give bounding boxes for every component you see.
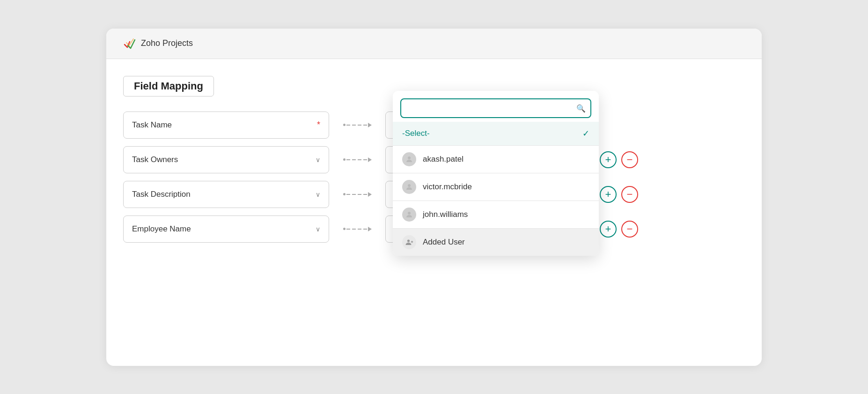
- avatar-icon-akash: [402, 152, 416, 166]
- dropdown-item-label-select: -Select-: [402, 129, 430, 138]
- main-card: Zoho Projects Field Mapping Task Name *: [106, 29, 762, 366]
- dot-0: [343, 124, 346, 126]
- avatar-icon-added-user: [402, 235, 416, 249]
- app-title: Zoho Projects: [141, 38, 193, 48]
- arrow-head-0: [368, 123, 372, 127]
- left-field-task-name[interactable]: Task Name *: [123, 112, 329, 139]
- svg-point-3: [407, 239, 410, 242]
- dashes-0: [346, 125, 367, 126]
- top-bar: Zoho Projects: [106, 29, 762, 59]
- left-field-label-task-description: Task Description: [132, 190, 191, 199]
- action-btns-task-description: + −: [600, 186, 638, 203]
- dropdown-item-label-john: john.williams: [423, 210, 468, 219]
- field-mapping-header: Field Mapping: [123, 76, 214, 97]
- dropdown-item-victor[interactable]: victor.mcbride: [393, 173, 599, 201]
- avatar-icon-victor: [402, 180, 416, 194]
- remove-button-employee-name[interactable]: −: [621, 221, 638, 238]
- dropdown-item-label-victor: victor.mcbride: [423, 182, 472, 192]
- required-star: *: [317, 120, 320, 130]
- svg-point-0: [408, 156, 411, 159]
- dropdown-search-area: 🔍: [393, 91, 599, 118]
- add-button-task-description[interactable]: +: [600, 186, 617, 203]
- dropdown-list: -Select- ✓ akash.patel victo: [393, 122, 599, 256]
- left-field-employee-name[interactable]: Employee Name ∨: [123, 216, 329, 243]
- chevron-down-icon-task-description: ∨: [316, 191, 320, 198]
- arrow-connector-0: [329, 123, 385, 127]
- action-btns-employee-name: + −: [600, 221, 638, 238]
- dropdown-search-input[interactable]: [400, 98, 591, 118]
- dropdown-overlay: 🔍 -Select- ✓ akash.patel: [393, 91, 599, 256]
- action-btns-task-owners: + −: [600, 151, 638, 168]
- svg-point-1: [408, 184, 411, 187]
- chevron-down-icon-employee-name: ∨: [316, 225, 320, 233]
- zoho-logo-icon: [123, 37, 136, 50]
- left-field-task-owners[interactable]: Task Owners ∨: [123, 146, 329, 173]
- add-button-employee-name[interactable]: +: [600, 221, 617, 238]
- arrow-connector-1: [329, 157, 385, 162]
- arrow-connector-3: [329, 227, 385, 231]
- remove-button-task-description[interactable]: −: [621, 186, 638, 203]
- add-button-task-owners[interactable]: +: [600, 151, 617, 168]
- dropdown-item-select[interactable]: -Select- ✓: [393, 122, 599, 145]
- avatar-icon-john: [402, 208, 416, 222]
- dropdown-item-label-added-user: Added User: [423, 238, 465, 247]
- dashed-arrow-1: [343, 157, 372, 162]
- search-wrapper: 🔍: [400, 98, 591, 118]
- checkmark-icon: ✓: [582, 128, 589, 139]
- dashed-arrow-0: [343, 123, 372, 127]
- left-field-label-task-name: Task Name: [132, 120, 172, 130]
- arrow-connector-2: [329, 192, 385, 197]
- search-icon: 🔍: [576, 104, 586, 112]
- dropdown-item-john[interactable]: john.williams: [393, 201, 599, 228]
- dropdown-item-akash[interactable]: akash.patel: [393, 146, 599, 173]
- left-field-task-description[interactable]: Task Description ∨: [123, 181, 329, 208]
- left-field-label-task-owners: Task Owners: [132, 155, 178, 164]
- svg-point-2: [408, 212, 411, 215]
- chevron-down-icon-task-owners: ∨: [316, 156, 320, 164]
- dropdown-item-added-user[interactable]: Added User: [393, 229, 599, 256]
- remove-button-task-owners[interactable]: −: [621, 151, 638, 168]
- left-field-label-employee-name: Employee Name: [132, 224, 191, 234]
- dropdown-item-label-akash: akash.patel: [423, 155, 463, 164]
- content-area: Field Mapping Task Name *: [106, 59, 762, 260]
